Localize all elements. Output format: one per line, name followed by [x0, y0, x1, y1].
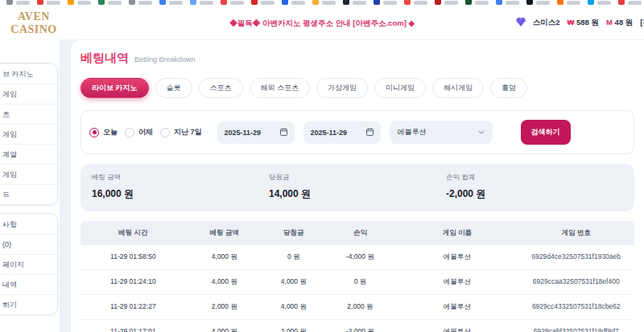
bookmark-label-stub: [322, 1, 336, 5]
bookmark-favicon-icon: [190, 0, 196, 5]
sidebar-menu-item[interactable]: (0): [0, 234, 57, 254]
table-row[interactable]: 11-29 01:17:01 4,000 원 2,000 원 -2,000 원 …: [80, 320, 634, 332]
summary-value: -2,000 원: [446, 187, 623, 201]
bookmark-label-stub: [444, 1, 458, 5]
sidebar-menu-item[interactable]: 게임: [0, 164, 57, 184]
chevron-down-icon: [478, 129, 485, 136]
bookmark-item[interactable]: [588, 0, 611, 5]
sidebar-menu-item[interactable]: 게임: [0, 84, 57, 104]
cell-bet-time: 11-29 01:58:50: [80, 252, 186, 262]
table-row[interactable]: 11-29 01:58:50 4,000 원 0 원 -4,000 원 에볼루션…: [80, 245, 634, 270]
bookmark-label-stub: [230, 1, 244, 5]
sidebar-menu-item[interactable]: 계열: [0, 144, 57, 164]
bookmark-item[interactable]: [221, 0, 244, 5]
page-subtitle: Betting Breakdown: [134, 55, 196, 64]
bookmark-item[interactable]: [404, 0, 427, 5]
bookmark-label-stub: [383, 1, 397, 5]
main-content: 베팅내역 Betting Breakdown 라이브 카지노 슬롯 스포츠 해외…: [71, 40, 644, 332]
bookmark-item[interactable]: [129, 0, 152, 5]
radio-circle-icon: [89, 128, 99, 137]
cell-game-name: 에볼루션: [396, 252, 518, 262]
page-title-row: 베팅내역 Betting Breakdown: [80, 51, 634, 66]
calendar-icon: [280, 128, 287, 137]
casino-logo[interactable]: AVEN CASINO: [0, 10, 68, 36]
bookmark-item[interactable]: [68, 0, 91, 5]
won-amount: 588 원: [576, 18, 599, 27]
header-bet-time: 베팅 시간: [80, 228, 186, 238]
bookmark-item[interactable]: [251, 0, 275, 5]
category-tab[interactable]: 홀덤: [490, 78, 527, 98]
provider-select[interactable]: 에볼루션: [390, 121, 493, 144]
logo-line1: AVEN: [0, 10, 68, 23]
bookmark-item[interactable]: [618, 0, 642, 5]
cell-bet-amount: 4,000 원: [186, 252, 263, 262]
won-symbol: ₩: [567, 18, 574, 27]
bookmark-item[interactable]: [190, 0, 213, 5]
bookmark-favicon-icon: [312, 0, 319, 5]
date-range-radio[interactable]: 오늘: [89, 127, 118, 137]
sidebar-menu-item[interactable]: 페이지: [0, 254, 57, 274]
bookmark-label-stub: [628, 1, 642, 5]
bookmark-label-stub: [353, 1, 366, 5]
cell-profit-loss: -2,000 원: [324, 327, 396, 332]
site-notice-marquee[interactable]: ◆필독◆ 아벤카지노 평생주소 안내 [아벤주소.com] ◆: [229, 18, 415, 29]
category-tab[interactable]: 슬롯: [155, 78, 192, 98]
bookmark-item[interactable]: [343, 0, 366, 5]
bookmark-item[interactable]: [98, 0, 122, 5]
category-tab[interactable]: 해시게임: [432, 78, 484, 98]
date-from-input[interactable]: 2025-11-29: [217, 121, 295, 144]
date-range-radio[interactable]: 어제: [125, 127, 153, 137]
header-game-number: 게임 번호: [518, 228, 634, 238]
category-tab[interactable]: 스포츠: [199, 78, 243, 98]
table-row[interactable]: 11-29 01:22:27 2,000 원 4,000 원 2,000 원 에…: [80, 295, 634, 320]
user-info: 스미스2 ₩ 588 원 M 48 원 [전: [516, 18, 644, 28]
bookmark-item[interactable]: [496, 0, 519, 5]
cell-profit-loss: 2,000 원: [324, 302, 396, 312]
sidebar-menu-item[interactable]: 브 카지노: [0, 64, 57, 84]
bookmark-favicon-icon: [404, 0, 411, 5]
sidebar-menu-item[interactable]: 게임: [0, 124, 57, 144]
cell-win-amount: 4,000 원: [263, 277, 324, 287]
bookmark-favicon-icon: [496, 0, 502, 5]
bookmark-item[interactable]: [557, 0, 580, 5]
search-button[interactable]: 검색하기: [521, 120, 571, 145]
cell-win-amount: 0 원: [263, 252, 324, 262]
provider-selected-value: 에볼루션: [398, 127, 427, 137]
bookmark-item[interactable]: [374, 0, 397, 5]
header-bet-amount: 베팅 금액: [186, 228, 263, 238]
header-win-amount: 당첨금: [263, 228, 324, 238]
sidebar-menu-item[interactable]: 드: [0, 184, 57, 204]
bookmark-label-stub: [138, 1, 152, 5]
bookmark-item[interactable]: [159, 0, 183, 5]
sidebar-menu-item[interactable]: 내역: [0, 274, 57, 294]
bookmark-item[interactable]: [37, 0, 60, 5]
category-tab[interactable]: 미니게임: [374, 78, 426, 98]
bookmark-item[interactable]: [465, 0, 489, 5]
bookmark-item[interactable]: [6, 0, 30, 5]
bookmark-item[interactable]: [282, 0, 305, 5]
date-to-input[interactable]: 2025-11-29: [303, 121, 381, 144]
calendar-icon: [366, 128, 374, 137]
sidebar-menu-item[interactable]: 하기: [0, 294, 57, 314]
category-tab[interactable]: 해외 스포츠: [250, 78, 311, 98]
cell-game-name: 에볼루션: [396, 277, 518, 287]
bookmark-item[interactable]: [435, 0, 458, 5]
cell-game-name: 에볼루션: [396, 327, 518, 332]
bookmark-label-stub: [16, 1, 30, 5]
bookmark-favicon-icon: [282, 0, 288, 5]
truncated-header-button[interactable]: [전: [640, 18, 644, 28]
sidebar-menu-item[interactable]: 츠: [0, 104, 57, 124]
radio-label: 지난 7일: [174, 127, 202, 137]
bookmark-label-stub: [414, 1, 427, 5]
sidebar-menu-item[interactable]: 사항: [0, 214, 57, 234]
bookmark-label-stub: [261, 1, 275, 5]
table-row[interactable]: 11-29 01:24:10 4,000 원 4,000 원 0 원 에볼루션 …: [80, 270, 634, 295]
date-range-radio[interactable]: 지난 7일: [160, 127, 202, 137]
category-tab[interactable]: 라이브 카지노: [80, 78, 149, 98]
bookmark-item[interactable]: [312, 0, 336, 5]
category-tab[interactable]: 가상게임: [316, 78, 368, 98]
username[interactable]: 스미스2: [533, 18, 560, 28]
bookmark-favicon-icon: [68, 0, 74, 5]
left-sidebar: 브 카지노 게임 츠 게임 계열 게임 드 사항 (0) 페이지: [0, 39, 60, 332]
bookmark-item[interactable]: [526, 0, 550, 5]
